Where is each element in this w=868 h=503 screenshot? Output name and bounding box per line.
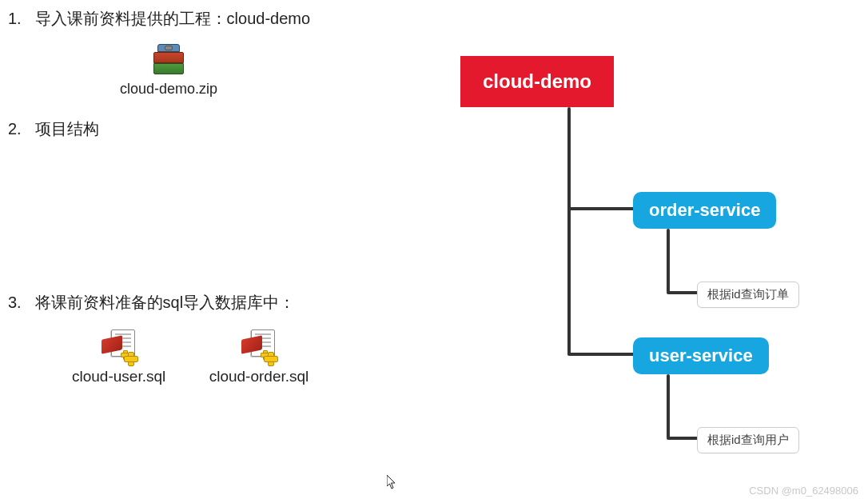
zip-file: cloud-demo.zip [120,44,217,98]
connector-line [667,291,699,294]
sql-order-file: cloud-order.sql [209,329,309,385]
tree-order-leaf: 根据id查询订单 [697,281,799,308]
sql-user-label: cloud-user.sql [72,368,165,385]
sql-files-row: cloud-user.sql cloud-order.sql [8,329,448,385]
sql-file-icon [241,329,277,365]
project-tree-diagram: cloud-demo order-service 根据id查询订单 user-s… [460,56,860,488]
sql-order-label: cloud-order.sql [209,368,309,385]
sql-user-file: cloud-user.sql [72,329,165,385]
step-2: 2. 项目结构 [8,118,448,140]
tree-user-service-node: user-service [633,337,769,374]
archive-icon [153,44,185,78]
tree-root-node: cloud-demo [460,56,614,107]
step-2-num: 2. [8,120,30,138]
step-3: 3. 将课前资料准备的sql导入数据库中： [8,292,448,313]
connector-line [567,207,635,210]
connector-line [567,107,571,355]
step-2-text: 项目结构 [35,120,99,138]
step-1-text: 导入课前资料提供的工程：cloud-demo [35,10,311,27]
watermark: CSDN @m0_62498006 [749,485,858,497]
zip-file-label: cloud-demo.zip [120,81,217,98]
sql-file-icon [102,329,137,365]
step-3-num: 3. [8,293,30,312]
mouse-cursor-icon [387,475,396,489]
connector-line [667,229,670,293]
step-1-num: 1. [8,10,30,28]
connector-line [667,437,699,440]
step-1: 1. 导入课前资料提供的工程：cloud-demo [8,8,448,30]
instructions-panel: 1. 导入课前资料提供的工程：cloud-demo cloud-demo.zip… [8,8,448,385]
tree-order-service-node: order-service [633,192,776,229]
step-3-text: 将课前资料准备的sql导入数据库中： [35,293,296,311]
connector-line [567,353,635,356]
connector-line [667,374,670,438]
tree-user-leaf: 根据id查询用户 [697,427,799,453]
